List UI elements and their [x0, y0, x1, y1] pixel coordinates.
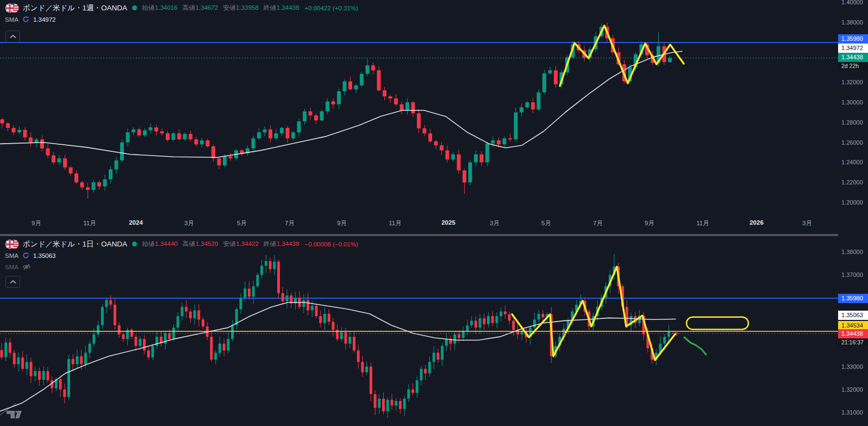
price-tag: 1.35063	[838, 311, 868, 320]
ohlc-low: 安値1.34422	[223, 240, 259, 248]
candle-body	[332, 322, 334, 330]
indicator-row-sma[interactable]: SMA 1.34972	[5, 14, 363, 25]
time-axis-label: 7月	[593, 219, 603, 227]
candle-body	[135, 337, 138, 346]
price-tag: 1.3443821:16:37	[838, 329, 868, 338]
indicator-label: SMA	[5, 16, 18, 23]
zigzag-drawing[interactable]	[512, 267, 676, 360]
ohlc-open: 始値1.34440	[142, 240, 178, 248]
candle-body	[197, 311, 200, 320]
candle-body	[462, 331, 465, 338]
symbol-title[interactable]: ポンド／米ドル・1週・OANDA	[23, 3, 127, 13]
indicator-row-sma-hidden[interactable]: SMA	[5, 261, 363, 273]
candle-body	[63, 158, 67, 168]
time-axis-label: 3月	[802, 219, 812, 227]
candle-body	[668, 58, 672, 63]
candle-body	[86, 187, 90, 190]
candle-body	[92, 335, 95, 344]
bar-countdown: 2d 22h	[838, 62, 868, 70]
candle-body	[118, 325, 121, 335]
candle-body	[74, 174, 78, 183]
price-axis[interactable]: 1.400001.380001.320001.300001.280001.260…	[838, 0, 868, 426]
candle-body	[189, 134, 192, 139]
candle-body	[46, 149, 50, 156]
candle-body	[252, 138, 255, 148]
candle-body	[6, 124, 10, 128]
candle-body	[340, 332, 343, 339]
candle-body	[12, 128, 16, 132]
candle-body	[343, 82, 347, 91]
candle-body	[189, 312, 192, 319]
candle-body	[132, 129, 135, 133]
collapse-legend-button[interactable]	[5, 30, 20, 42]
candle-body	[139, 339, 141, 346]
candle-body	[403, 399, 406, 409]
candle-body	[533, 319, 536, 328]
candle-body	[440, 145, 444, 150]
price-tag: 1.34972	[838, 44, 868, 53]
candle-body	[274, 133, 278, 138]
candle-body	[411, 102, 415, 113]
candle-body	[503, 138, 507, 144]
ohlc-high: 高値1.34520	[183, 240, 218, 248]
tradingview-logo[interactable]	[6, 409, 22, 422]
candle-body	[554, 70, 558, 84]
candle-body	[227, 339, 229, 350]
chevron-up-icon	[9, 34, 17, 39]
candle-body	[394, 98, 398, 104]
ohlc-change: −0.00008 (−0.01%)	[304, 241, 358, 248]
candle-body	[193, 311, 196, 319]
candle-body	[354, 85, 358, 89]
price-tick-label: 1.32000	[838, 79, 868, 85]
price-tick-label: 1.37000	[838, 271, 868, 278]
candle-body	[97, 325, 99, 335]
candle-body	[391, 400, 394, 406]
candle-body	[428, 362, 431, 373]
sync-icon	[22, 252, 29, 259]
candle-body	[499, 312, 502, 316]
time-axis-label: 11月	[83, 219, 96, 227]
candle-body	[126, 132, 130, 142]
candle-body	[252, 286, 255, 297]
eye-off-icon[interactable]	[22, 263, 31, 270]
candle-body	[63, 390, 66, 397]
price-tick-label: 1.24000	[838, 159, 868, 165]
candle-body	[206, 140, 210, 146]
candle-body	[97, 182, 101, 186]
candle-body	[214, 353, 217, 360]
indicator-row-sma[interactable]: SMA 1.35063	[5, 250, 363, 261]
candle-body	[52, 156, 55, 163]
price-tick-label: 1.32000	[838, 386, 868, 393]
pane-divider[interactable]	[0, 234, 868, 236]
candle-body	[337, 91, 341, 104]
candle-body	[303, 112, 307, 121]
time-axis-label: 3月	[184, 219, 194, 227]
candle-body	[286, 295, 289, 301]
candle-body	[353, 337, 355, 350]
candle-body	[446, 150, 449, 159]
time-axis-label: 9月	[645, 219, 654, 227]
time-axis-label: 2024	[129, 219, 143, 226]
time-axis-label: 11月	[696, 219, 709, 227]
candle-body	[423, 128, 427, 133]
candle-body	[120, 143, 124, 160]
candle-body	[667, 332, 670, 337]
indicator-label: SMA	[5, 264, 18, 270]
candle-body	[491, 140, 495, 144]
candle-body	[389, 96, 392, 98]
candle-body	[474, 155, 478, 163]
candle-body	[114, 305, 116, 325]
candle-body	[202, 319, 204, 326]
candle-body	[160, 132, 164, 134]
green-arrow-drawing[interactable]	[684, 337, 706, 355]
candle-body	[315, 306, 318, 316]
ellipse-drawing[interactable]	[686, 317, 748, 330]
candle-body	[538, 314, 540, 320]
sma-line[interactable]	[0, 51, 682, 157]
candle-body	[80, 356, 83, 365]
collapse-legend-button[interactable]	[5, 276, 20, 288]
time-axis[interactable]: 9月11月20243月5月7月9月11月20253月5月7月9月11月20263…	[0, 215, 838, 234]
weekly-chart-canvas[interactable]	[0, 0, 838, 215]
candle-body	[154, 127, 158, 131]
symbol-title[interactable]: ポンド／米ドル・1日・OANDA	[23, 239, 127, 249]
